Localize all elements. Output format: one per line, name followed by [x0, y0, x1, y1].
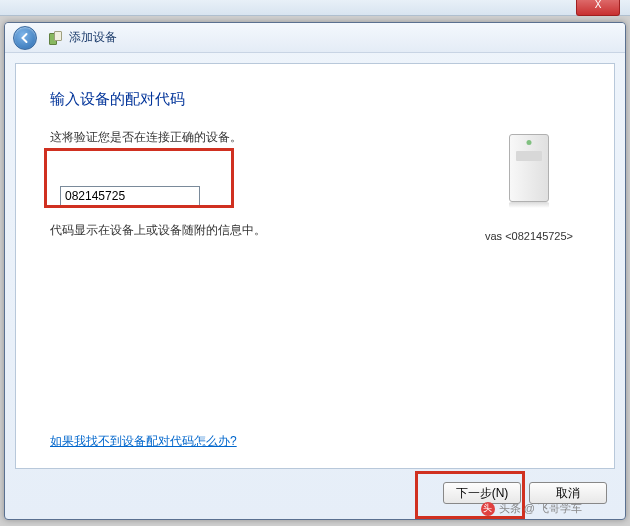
add-device-icon — [47, 30, 63, 46]
device-label: vas <082145725> — [474, 230, 584, 242]
device-tower-icon — [499, 134, 559, 214]
dialog-content: 输入设备的配对代码 这将验证您是否在连接正确的设备。 代码显示在设备上或设备随附… — [15, 63, 615, 469]
bg-close-button[interactable]: X — [576, 0, 620, 16]
pairing-code-input[interactable] — [60, 186, 200, 206]
add-device-dialog: 添加设备 输入设备的配对代码 这将验证您是否在连接正确的设备。 代码显示在设备上… — [4, 22, 626, 520]
page-heading: 输入设备的配对代码 — [50, 90, 580, 109]
next-button[interactable]: 下一步(N) — [443, 482, 521, 504]
help-link[interactable]: 如果我找不到设备配对代码怎么办? — [50, 433, 237, 450]
back-arrow-icon — [19, 32, 31, 44]
dialog-title: 添加设备 — [69, 29, 117, 46]
back-button[interactable] — [13, 26, 37, 50]
background-window-titlebar: X — [0, 0, 630, 16]
device-preview: vas <082145725> — [474, 134, 584, 242]
dialog-header: 添加设备 — [5, 23, 625, 53]
cancel-button[interactable]: 取消 — [529, 482, 607, 504]
dialog-footer: 下一步(N) 取消 — [15, 475, 615, 511]
